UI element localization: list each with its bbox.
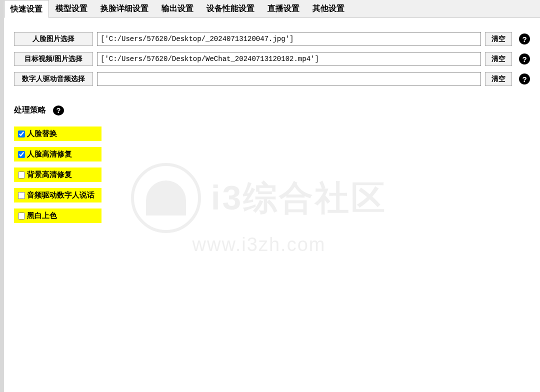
face-image-select-button[interactable]: 人脸图片选择 [14, 32, 93, 46]
tab-content: 人脸图片选择 清空 ? 目标视频/图片选择 清空 ? 数字人驱动音频选择 清空 … [4, 18, 540, 239]
face-image-path-input[interactable] [97, 32, 481, 46]
face-image-clear-button[interactable]: 清空 [485, 32, 512, 46]
checkbox-label: 人脸替换 [27, 129, 57, 138]
help-icon[interactable]: ? [53, 106, 64, 116]
checkbox-label: 人脸高清修复 [27, 150, 72, 159]
option-face-swap: 人脸替换 [14, 126, 530, 141]
strategy-title: 处理策略 [14, 105, 46, 116]
tab-faceswap-detail-settings[interactable]: 换脸详细设置 [94, 0, 155, 18]
audio-path-input[interactable] [97, 72, 481, 86]
checkbox-colorize[interactable] [18, 212, 25, 220]
tab-other-settings[interactable]: 其他设置 [306, 0, 351, 18]
option-audio-drive-digital-human: 音频驱动数字人说话 [14, 188, 530, 202]
tab-quick-settings[interactable]: 快速设置 [4, 0, 49, 18]
target-media-select-button[interactable]: 目标视频/图片选择 [14, 52, 93, 66]
checkbox-item-bg-hd[interactable]: 背景高清修复 [14, 168, 102, 182]
target-media-row: 目标视频/图片选择 清空 ? [14, 52, 530, 66]
target-media-clear-button[interactable]: 清空 [485, 52, 512, 66]
audio-row: 数字人驱动音频选择 清空 ? [14, 72, 530, 86]
main-container: 快速设置 模型设置 换脸详细设置 输出设置 设备性能设置 直播设置 其他设置 人… [4, 0, 540, 239]
tab-model-settings[interactable]: 模型设置 [49, 0, 94, 18]
checkbox-label: 黑白上色 [27, 211, 57, 220]
checkbox-label: 背景高清修复 [27, 170, 72, 180]
window-edge [0, 0, 4, 392]
strategy-header: 处理策略 ? [14, 105, 530, 116]
face-image-row: 人脸图片选择 清空 ? [14, 32, 530, 46]
tab-bar: 快速设置 模型设置 换脸详细设置 输出设置 设备性能设置 直播设置 其他设置 [4, 0, 540, 18]
help-icon[interactable]: ? [519, 54, 530, 64]
option-colorize-bw: 黑白上色 [14, 208, 530, 223]
target-media-path-input[interactable] [97, 52, 481, 66]
help-icon[interactable]: ? [519, 34, 530, 44]
checkbox-face-hd[interactable] [18, 151, 25, 158]
tab-livestream-settings[interactable]: 直播设置 [261, 0, 306, 18]
tab-output-settings[interactable]: 输出设置 [155, 0, 200, 18]
audio-select-button[interactable]: 数字人驱动音频选择 [14, 72, 93, 86]
checkbox-audio-drive[interactable] [18, 192, 25, 199]
checkbox-bg-hd[interactable] [18, 172, 25, 178]
checkbox-label: 音频驱动数字人说话 [27, 190, 94, 200]
checkbox-item-face-hd[interactable]: 人脸高清修复 [14, 147, 102, 162]
checkbox-item-face-swap[interactable]: 人脸替换 [14, 126, 102, 141]
help-icon[interactable]: ? [519, 74, 530, 84]
option-bg-hd-restore: 背景高清修复 [14, 168, 530, 182]
checkbox-item-colorize[interactable]: 黑白上色 [14, 208, 102, 223]
checkbox-item-audio-drive[interactable]: 音频驱动数字人说话 [14, 188, 102, 202]
option-face-hd-restore: 人脸高清修复 [14, 147, 530, 162]
checkbox-face-swap[interactable] [18, 130, 25, 138]
audio-clear-button[interactable]: 清空 [485, 72, 512, 86]
tab-device-performance-settings[interactable]: 设备性能设置 [200, 0, 261, 18]
